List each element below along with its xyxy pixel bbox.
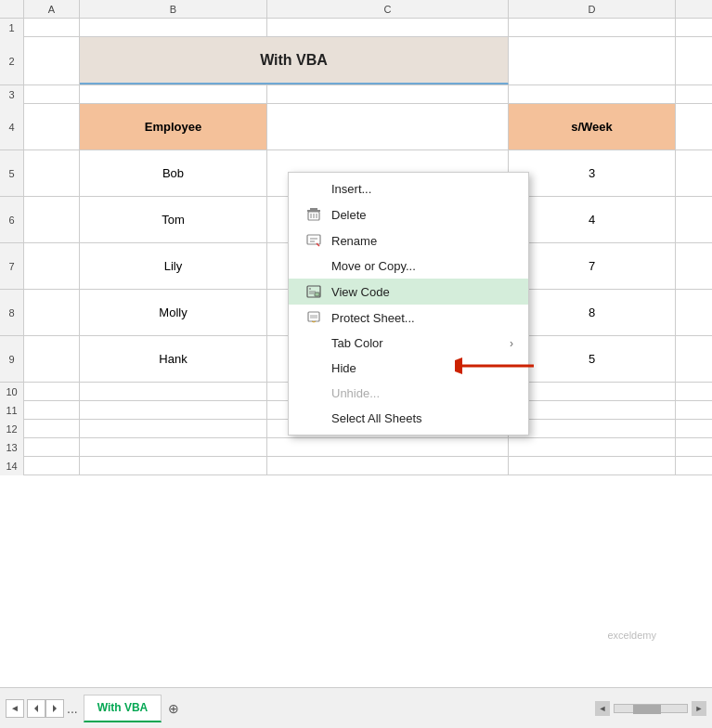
rename-label: Rename [331,234,377,248]
spreadsheet: A B C D 1 2 With VBA 3 [0,0,712,687]
protect-sheet-label: Protect Sheet... [331,311,415,325]
cell-b3[interactable] [80,85,267,104]
cell-c4[interactable] [267,104,509,150]
name-hank: Hank [159,352,187,366]
row-num-2: 2 [0,37,24,84]
cell-b2-title[interactable]: With VBA [80,37,509,84]
tab-nav-next[interactable] [45,699,64,718]
tab-more-dots[interactable]: ... [67,701,78,716]
menu-item-move-copy[interactable]: Move or Copy... [289,254,528,279]
cell-b5[interactable]: Bob [80,150,267,196]
row-num-6: 6 [0,197,24,242]
employee-header: Employee [145,120,201,134]
menu-item-delete[interactable]: Delete [289,202,528,228]
name-molly: Molly [159,306,187,319]
tab-color-arrow: › [510,337,513,350]
svg-marker-20 [53,705,57,712]
row-13: 13 [0,438,712,457]
insert-label: Insert... [331,182,371,196]
col-header-b[interactable]: B [80,0,267,18]
cell-a5[interactable] [24,150,80,196]
row-num-1: 1 [0,19,24,37]
title-text: With VBA [260,52,328,69]
row-num-9: 9 [0,336,24,382]
cell-a3[interactable] [24,85,80,104]
menu-item-tab-color[interactable]: Tab Color › [289,331,528,356]
val-bob: 3 [589,166,595,180]
svg-point-10 [309,288,311,290]
watermark: exceldemy [607,630,656,641]
val-tom: 4 [589,213,595,227]
tab-with-vba[interactable]: With VBA [84,695,162,722]
col-header-a[interactable]: A [24,0,80,18]
tab-nav-prev[interactable] [27,699,45,718]
cell-d6[interactable]: 4 [509,197,676,242]
context-menu: Insert... Delete [288,172,529,436]
tab-add-button[interactable]: ⊕ [163,698,184,719]
cell-a8[interactable] [24,290,80,335]
svg-rect-1 [310,208,317,210]
delete-label: Delete [331,208,367,222]
cell-b1[interactable] [80,19,267,37]
rename-icon [304,233,324,248]
cell-c3[interactable] [267,85,509,104]
menu-item-insert[interactable]: Insert... [289,176,528,202]
cell-b7[interactable]: Lily [80,243,267,289]
cell-a2[interactable] [24,37,80,84]
cell-b8[interactable]: Molly [80,290,267,335]
unhide-label: Unhide... [331,386,380,400]
val-lily: 7 [589,259,595,273]
cell-a1[interactable] [24,19,80,37]
row-3: 3 [0,85,712,104]
name-bob: Bob [162,166,184,180]
row-num-13: 13 [0,438,24,457]
tab-nav-first[interactable]: ◄ [6,699,24,718]
menu-item-unhide[interactable]: Unhide... [289,381,528,406]
select-all-label: Select All Sheets [331,411,422,425]
row-1: 1 [0,19,712,37]
scroll-left-btn[interactable]: ◄ [595,701,610,716]
view-code-label: View Code [331,285,390,299]
move-copy-label: Move or Copy... [331,259,416,273]
cell-d8[interactable]: 8 [509,290,676,335]
cell-c1[interactable] [267,19,509,37]
row-num-4: 4 [0,104,24,150]
col-header-c[interactable]: C [267,0,509,18]
menu-item-rename[interactable]: Rename [289,228,528,254]
tab-bar-right: ◄ ► [595,701,706,716]
cell-b9[interactable]: Hank [80,336,267,382]
svg-rect-6 [307,235,320,244]
svg-rect-14 [308,312,319,321]
red-arrow-indicator [455,353,538,382]
svg-marker-19 [34,705,38,712]
tab-label: With VBA [97,701,149,714]
name-lily: Lily [164,259,183,273]
scroll-right-btn[interactable]: ► [692,701,706,716]
val-hank: 5 [589,352,595,366]
cell-a6[interactable] [24,197,80,242]
menu-item-select-all-sheets[interactable]: Select All Sheets [289,406,528,431]
scroll-track[interactable] [614,704,688,713]
row-4: 4 Employee s/Week [0,104,712,150]
cell-d2[interactable] [509,37,676,84]
row-num-5: 5 [0,150,24,196]
cell-d1[interactable] [509,19,676,37]
row-num-10: 10 [0,383,24,401]
tab-bar: ◄ ... With VBA ⊕ ◄ ► [0,687,712,728]
cell-a4[interactable] [24,104,80,150]
cell-a7[interactable] [24,243,80,289]
cell-a9[interactable] [24,336,80,382]
menu-item-protect-sheet[interactable]: Protect Sheet... [289,305,528,331]
cell-b4-header[interactable]: Employee [80,104,267,150]
val-molly: 8 [589,306,595,319]
row-num-11: 11 [0,401,24,420]
menu-item-view-code[interactable]: View Code [289,279,528,305]
cell-b6[interactable]: Tom [80,197,267,242]
cell-d3[interactable] [509,85,676,104]
corner-cell[interactable] [0,0,24,18]
col-header-d[interactable]: D [509,0,676,18]
cell-d5[interactable]: 3 [509,150,676,196]
add-sheet-icon: ⊕ [168,701,179,716]
cell-d7[interactable]: 7 [509,243,676,289]
cell-d4-header[interactable]: s/Week [509,104,676,150]
